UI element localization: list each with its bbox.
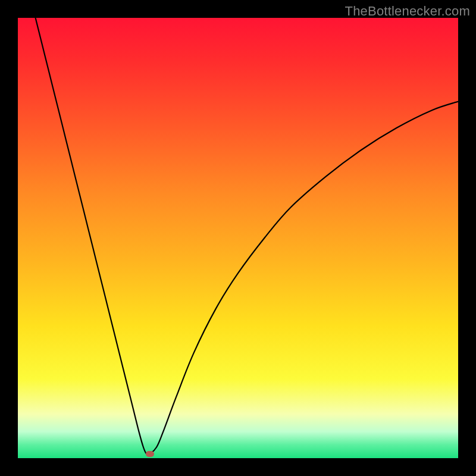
attribution-text: TheBottlenecker.com (345, 4, 470, 19)
bottleneck-curve (18, 18, 458, 458)
plot-area (18, 18, 458, 458)
optimal-point-marker (146, 451, 154, 457)
chart-frame: TheBottlenecker.com (0, 0, 476, 476)
